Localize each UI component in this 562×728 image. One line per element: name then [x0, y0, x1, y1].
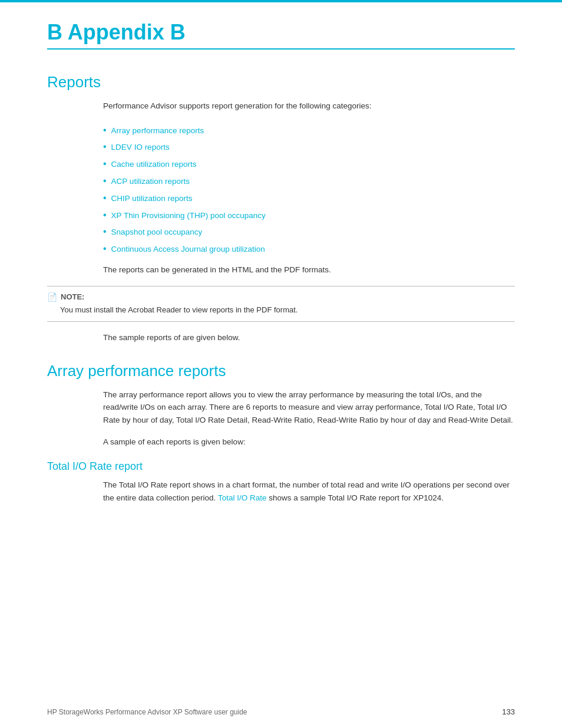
total-io-rate-heading: Total I/O Rate report: [47, 460, 515, 473]
note-text: You must install the Acrobat Reader to v…: [60, 304, 515, 316]
array-performance-link[interactable]: Array performance reports: [111, 124, 204, 138]
array-performance-heading: Array performance reports: [47, 362, 515, 380]
xp-thin-provisioning-link[interactable]: XP Thin Provisioning (THP) pool occupanc…: [111, 209, 266, 223]
array-performance-para1: The array performance report allows you …: [103, 388, 515, 427]
list-item: CHIP utilization reports: [103, 190, 515, 207]
total-io-rate-link[interactable]: Total I/O Rate: [218, 493, 267, 502]
appendix-title: B Appendix B: [47, 20, 515, 50]
list-item: Array performance reports: [103, 122, 515, 139]
formats-text: The reports can be generated in the HTML…: [103, 263, 515, 276]
list-item: Cache utilization reports: [103, 156, 515, 173]
array-performance-section: Array performance reports The array perf…: [47, 362, 515, 505]
note-label: 📄 NOTE:: [47, 292, 515, 302]
snapshot-pool-link[interactable]: Snapshot pool occupancy: [111, 225, 203, 239]
acp-utilization-link[interactable]: ACP utilization reports: [111, 174, 190, 189]
list-item: LDEV IO reports: [103, 139, 515, 156]
note-icon: 📄: [47, 292, 57, 302]
note-label-text: NOTE:: [61, 292, 84, 301]
footer-left-text: HP StorageWorks Performance Advisor XP S…: [47, 708, 247, 716]
list-item: XP Thin Provisioning (THP) pool occupanc…: [103, 207, 515, 224]
cache-utilization-link[interactable]: Cache utilization reports: [111, 157, 197, 172]
footer-page-number: 133: [502, 707, 515, 716]
note-box: 📄 NOTE: You must install the Acrobat Rea…: [47, 286, 515, 322]
sample-text: The sample reports of are given below.: [103, 331, 515, 344]
reports-bullet-list: Array performance reports LDEV IO report…: [103, 122, 515, 258]
list-item: Snapshot pool occupancy: [103, 223, 515, 241]
array-performance-para2: A sample of each reports is given below:: [103, 436, 515, 449]
content: B Appendix B Reports Performance Advisor…: [0, 2, 562, 545]
total-io-rate-para-end: shows a sample Total I/O Rate report for…: [266, 493, 444, 502]
page: B Appendix B Reports Performance Advisor…: [0, 0, 562, 728]
continuous-access-link[interactable]: Continuous Access Journal group utilizat…: [111, 242, 265, 256]
footer: HP StorageWorks Performance Advisor XP S…: [47, 707, 515, 716]
ldev-io-link[interactable]: LDEV IO reports: [111, 140, 170, 154]
total-io-rate-para: The Total I/O Rate report shows in a cha…: [103, 479, 515, 504]
list-item: ACP utilization reports: [103, 173, 515, 190]
chip-utilization-link[interactable]: CHIP utilization reports: [111, 192, 193, 206]
list-item: Continuous Access Journal group utilizat…: [103, 241, 515, 258]
reports-intro: Performance Advisor supports report gene…: [103, 100, 515, 113]
reports-heading: Reports: [47, 73, 515, 91]
